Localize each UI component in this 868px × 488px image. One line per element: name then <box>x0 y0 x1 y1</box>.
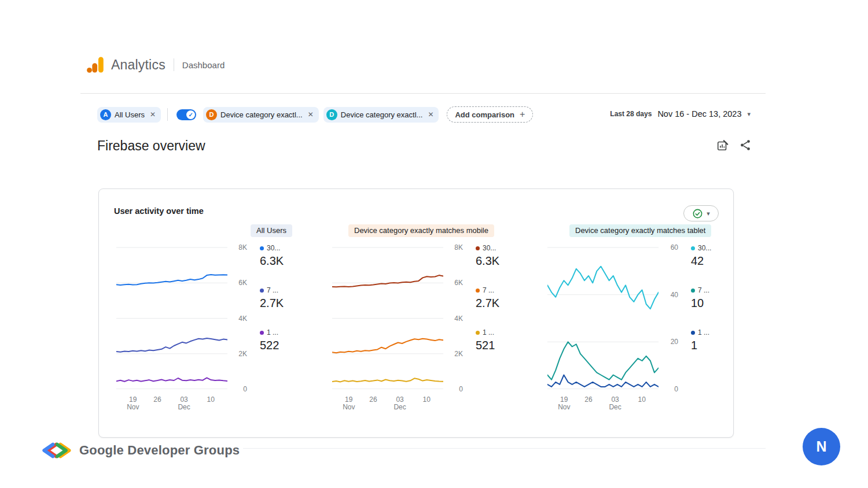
legend-series-value: 42 <box>691 254 711 268</box>
comparison-chip-all-users[interactable]: A All Users ✕ <box>97 107 161 123</box>
header-rule <box>80 93 766 94</box>
user-activity-card: User activity over time ▾ All Users 02K4… <box>98 188 734 438</box>
header-page-name: Dashboard <box>182 60 225 70</box>
page: Analytics Dashboard A All Users ✕ ✓ D De… <box>0 0 868 488</box>
legend-series-name: 7 ... <box>698 286 709 294</box>
avatar[interactable]: N <box>803 428 840 465</box>
report-actions <box>716 139 752 154</box>
legend-dot <box>476 289 480 293</box>
legend-entry: 30...6.3K <box>476 244 499 268</box>
x-tick-label: 26 <box>369 396 377 404</box>
comparison-toggle[interactable]: ✓ <box>176 109 196 120</box>
close-icon[interactable]: ✕ <box>308 110 314 119</box>
legend-entry: 7 ...2.7K <box>260 286 284 310</box>
legend-series-name: 7 ... <box>267 286 278 294</box>
legend-series-name: 30... <box>483 244 496 252</box>
y-axis-labels: 02K4K6K8K <box>227 224 247 395</box>
y-tick-label: 0 <box>243 385 247 393</box>
chart-segment-chip: Device category exactly matches mobile <box>348 224 494 237</box>
legend-series-value: 521 <box>476 339 495 352</box>
share-icon[interactable] <box>739 139 752 154</box>
y-tick-label: 4K <box>238 315 247 323</box>
gdg-logo-icon <box>39 441 72 460</box>
brand-footer: Google Developer Groups <box>39 439 243 461</box>
x-axis-labels: 19Nov2603Dec10 <box>116 396 227 413</box>
x-axis-labels: 19Nov2603Dec10 <box>332 396 443 413</box>
close-icon[interactable]: ✕ <box>150 110 156 119</box>
legend-dot <box>476 246 480 250</box>
add-comparison-button[interactable]: Add comparison + <box>447 106 533 123</box>
x-tick-label: 26 <box>153 396 161 404</box>
legend-dot <box>260 331 264 335</box>
line-chart <box>332 242 443 389</box>
y-tick-label: 4K <box>454 315 463 323</box>
check-icon: ✓ <box>188 112 193 118</box>
customize-report-icon[interactable] <box>716 139 729 154</box>
legend-entry: 7 ...10 <box>691 286 709 310</box>
chart-panel-all-users: All Users 02K4K6K8K 30...6.3K7 ...2.7K1 … <box>116 224 296 418</box>
x-tick-label: 10 <box>207 396 215 404</box>
comparison-chip-tablet[interactable]: D Device category exactl... ✕ <box>323 107 439 123</box>
comparison-chip-mobile[interactable]: D Device category exactl... ✕ <box>203 107 319 123</box>
x-axis-labels: 19Nov2603Dec10 <box>547 396 659 413</box>
y-axis-labels: 02K4K6K8K <box>443 224 463 395</box>
analytics-logo-icon[interactable] <box>86 55 105 75</box>
comparison-initial-badge: D <box>206 109 217 120</box>
legend-series-name: 1 ... <box>267 328 278 337</box>
add-comparison-label: Add comparison <box>455 110 514 119</box>
x-tick-label: 26 <box>584 396 592 404</box>
plus-icon: + <box>520 109 525 120</box>
chart-segment-chip: All Users <box>251 224 292 237</box>
legend-entry: 1 ...1 <box>691 328 709 352</box>
legend-series-value: 6.3K <box>260 254 284 268</box>
legend-series-name: 30... <box>267 244 280 252</box>
y-tick-label: 20 <box>671 338 678 346</box>
legend-dot <box>260 289 264 293</box>
chart-legend: 30...6.3K7 ...2.7K1 ...521 <box>476 244 512 377</box>
legend-series-name: 30... <box>698 244 711 252</box>
y-tick-label: 8K <box>238 243 247 252</box>
comparison-chip-label: Device category exactl... <box>341 110 423 119</box>
date-range-value: Nov 16 - Dec 13, 2023 <box>657 109 741 119</box>
legend-series-value: 1 <box>691 339 709 352</box>
x-tick-label: 03Dec <box>178 396 190 411</box>
x-tick-label: 19Nov <box>343 396 355 411</box>
toolbar-separator <box>167 108 168 121</box>
y-tick-label: 0 <box>459 385 463 393</box>
y-tick-label: 0 <box>674 385 678 393</box>
chart-status-selector[interactable]: ▾ <box>683 205 719 221</box>
x-tick-label: 19Nov <box>558 396 570 411</box>
legend-series-value: 6.3K <box>476 254 499 268</box>
line-chart <box>116 242 227 389</box>
x-tick-label: 10 <box>638 396 646 404</box>
chart-legend: 30...427 ...101 ...1 <box>691 244 727 377</box>
header-divider <box>174 58 174 71</box>
legend-series-name: 7 ... <box>483 286 494 294</box>
legend-series-value: 2.7K <box>476 297 499 310</box>
app-name: Analytics <box>111 57 165 73</box>
y-tick-label: 40 <box>671 291 678 299</box>
y-tick-label: 8K <box>454 243 463 252</box>
y-tick-label: 6K <box>238 279 247 287</box>
legend-entry: 1 ...522 <box>260 328 279 352</box>
legend-series-value: 522 <box>260 339 279 352</box>
legend-series-name: 1 ... <box>483 328 494 337</box>
comparison-toolbar: A All Users ✕ ✓ D Device category exactl… <box>97 106 533 123</box>
legend-series-name: 1 ... <box>698 328 709 337</box>
legend-dot <box>476 331 480 335</box>
card-title: User activity over time <box>114 206 204 216</box>
comparison-chip-label: Device category exactl... <box>220 110 303 119</box>
toggle-thumb: ✓ <box>186 110 195 119</box>
close-icon[interactable]: ✕ <box>428 110 433 119</box>
legend-dot <box>260 246 264 250</box>
date-range-preset: Last 28 days <box>610 110 652 118</box>
legend-series-value: 10 <box>691 297 709 310</box>
app-header: Analytics Dashboard <box>86 55 225 75</box>
legend-entry: 1 ...521 <box>476 328 495 352</box>
x-tick-label: 03Dec <box>393 396 406 411</box>
x-tick-label: 10 <box>423 396 431 404</box>
legend-dot <box>691 246 695 250</box>
comparison-initial-badge: A <box>100 109 111 120</box>
legend-entry: 30...6.3K <box>260 244 284 268</box>
date-range-picker[interactable]: Last 28 days Nov 16 - Dec 13, 2023 ▾ <box>610 109 751 119</box>
